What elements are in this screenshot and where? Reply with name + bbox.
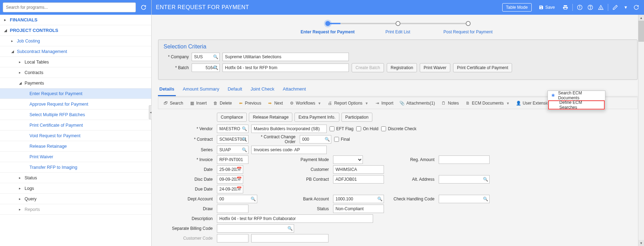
scroll-thumb[interactable] xyxy=(638,21,644,42)
ecm-menu-search[interactable]: ✱ Search ECM Documents xyxy=(548,91,605,100)
sidebar-item-reports[interactable]: ▸Reports xyxy=(0,204,151,215)
sidebar-item-subcontract-management[interactable]: ◢Subcontract Management xyxy=(0,46,151,57)
toolbar-search[interactable]: 🗗Search xyxy=(160,99,186,108)
sidebar-nav-list: ▸FINANCIALS ◢PROJECT CONTROLS ▸Job Costi… xyxy=(0,15,151,246)
sidebar-item-logs[interactable]: ▸Logs xyxy=(0,183,151,194)
payment-mode-select[interactable] xyxy=(333,155,363,164)
tab-joint-check[interactable]: Joint Check xyxy=(249,84,276,96)
toolbar-delete[interactable]: 🗑Delete xyxy=(210,99,235,108)
chevron-right-icon: ▸ xyxy=(19,197,22,201)
bank-account-field[interactable] xyxy=(333,195,384,203)
toolbar-insert[interactable]: ▦Insert xyxy=(187,99,210,108)
sidebar-item-financials[interactable]: ▸FINANCIALS xyxy=(0,15,151,25)
ecm-menu-define[interactable]: Define ECM Searches xyxy=(548,100,605,109)
table-mode-button[interactable]: Table Mode xyxy=(502,3,532,12)
sidebar-item-transfer-rfp[interactable]: Transfer RFP to Imaging xyxy=(0,162,151,173)
info-icon[interactable] xyxy=(576,4,583,11)
sidebar-item-payments[interactable]: ◢Payments xyxy=(0,78,151,88)
extra-payment-button[interactable]: Extra Payment Info. xyxy=(294,113,339,122)
sidebar-item-print-certificate[interactable]: Print Certificate of Payment xyxy=(0,120,151,131)
sidebar-item-contracts[interactable]: ▸Contracts xyxy=(0,67,151,78)
edit-icon[interactable] xyxy=(612,4,619,11)
sidebar-item-project-controls[interactable]: ◢PROJECT CONTROLS xyxy=(0,25,151,36)
tab-amount-summary[interactable]: Amount Summary xyxy=(181,84,221,96)
create-batch-button[interactable]: Create Batch xyxy=(352,63,384,72)
vendor-desc-field xyxy=(251,125,327,133)
batch-desc-field xyxy=(223,64,349,72)
search-input[interactable] xyxy=(3,2,136,12)
series-field[interactable] xyxy=(217,146,248,154)
tab-default[interactable]: Default xyxy=(226,84,244,96)
sidebar-item-approve-rfp[interactable]: Approve Request for Payment xyxy=(0,99,151,109)
sidebar-item-void-rfp[interactable]: Void Request for Payment xyxy=(0,131,151,141)
calendar-icon[interactable]: 📅 xyxy=(237,186,242,191)
cco-field[interactable] xyxy=(300,135,331,144)
invoice-field[interactable] xyxy=(217,155,248,164)
sidebar-item-job-costing[interactable]: ▸Job Costing xyxy=(0,36,151,46)
toolbar-attachments[interactable]: 📎Attachments(1) xyxy=(397,99,438,108)
paperclip-icon: 📎 xyxy=(400,101,405,106)
on-hold-checkbox[interactable]: On Hold xyxy=(356,126,378,131)
print-waiver-button[interactable]: Print Waiver xyxy=(420,63,450,72)
sidebar-item-print-waiver[interactable]: Print Waiver xyxy=(0,152,151,162)
chevron-right-icon: ▸ xyxy=(19,71,22,74)
tab-attachment[interactable]: Attachment xyxy=(281,84,307,96)
label-check-handling: Check Handling Code xyxy=(387,197,436,201)
vendor-field[interactable] xyxy=(217,125,248,133)
print-icon[interactable] xyxy=(562,4,569,11)
chevron-right-icon: ▸ xyxy=(19,60,22,64)
calendar-icon[interactable]: 📅 xyxy=(237,177,242,181)
toolbar-report-options[interactable]: 🖨Report Options▼ xyxy=(325,99,371,108)
save-icon xyxy=(539,5,544,10)
toolbar-import[interactable]: ⇥Import xyxy=(372,99,396,108)
customer-code-desc-field xyxy=(251,234,328,242)
refresh-icon[interactable] xyxy=(139,2,148,12)
selection-criteria-panel: Selection Criteria Company 🔍 Batch 🔍 Cre… xyxy=(158,39,638,80)
print-certificate-button[interactable]: Print Certificate of Payment xyxy=(453,63,512,72)
compliance-button[interactable]: Compliance xyxy=(217,113,247,122)
help-icon[interactable] xyxy=(587,4,594,11)
sidebar-item-local-tables[interactable]: ▸Local Tables xyxy=(0,57,151,67)
sidebar-item-release-retainage[interactable]: Release Retainage xyxy=(0,141,151,152)
separate-billing-code-field[interactable] xyxy=(217,224,294,233)
tab-details[interactable]: Details xyxy=(158,84,176,96)
scroll-up-icon[interactable]: ▲ xyxy=(638,15,644,21)
check-handling-field[interactable] xyxy=(439,195,490,203)
label-vendor: Vendor xyxy=(158,126,214,131)
chevron-down-icon[interactable]: ▼ xyxy=(622,4,629,11)
sidebar-item-enter-rfp[interactable]: Enter Request for Payment xyxy=(0,88,151,99)
toolbar-ecm-documents[interactable]: 🗎ECM Documents▼ xyxy=(463,99,513,108)
dept-account-field[interactable] xyxy=(217,195,257,203)
sidebar-item-select-multiple-rfp[interactable]: Select Multiple RFP Batches xyxy=(0,109,151,120)
refresh-icon[interactable] xyxy=(633,4,640,11)
alt-address-field[interactable] xyxy=(439,175,490,184)
svg-point-2 xyxy=(579,6,580,6)
scroll-down-icon[interactable]: ▼ xyxy=(638,240,644,246)
warning-icon[interactable] xyxy=(597,4,604,11)
toolbar-previous[interactable]: ⬅Previous xyxy=(235,99,264,108)
toolbar-next[interactable]: ➡Next xyxy=(265,99,286,108)
page-title: ENTER REQUEST FOR PAYMENT xyxy=(156,4,249,11)
chevron-down-icon: ▼ xyxy=(365,101,369,105)
save-button[interactable]: Save xyxy=(535,4,558,11)
discrete-check-checkbox[interactable]: Discrete Check xyxy=(381,126,416,131)
final-checkbox[interactable]: Final xyxy=(334,137,350,142)
toolbar-notes[interactable]: 🗒Notes xyxy=(438,99,462,108)
eft-flag-checkbox[interactable]: EFT Flag xyxy=(330,126,353,131)
sidebar-item-status[interactable]: ▸Status xyxy=(0,173,151,183)
description-field[interactable] xyxy=(217,214,373,223)
vertical-scrollbar[interactable]: ▲ ▼ xyxy=(638,15,644,246)
draw-field[interactable] xyxy=(217,205,248,213)
batch-field[interactable] xyxy=(192,64,220,72)
svg-point-4 xyxy=(590,8,590,9)
toolbar-workflows[interactable]: ⚙Workflows▼ xyxy=(286,99,324,108)
sidebar-item-query[interactable]: ▸Query xyxy=(0,194,151,204)
release-retainage-button[interactable]: Release Retainage xyxy=(249,113,292,122)
calendar-icon[interactable]: 📅 xyxy=(237,167,242,172)
registration-button[interactable]: Registration xyxy=(387,63,417,72)
step-enter-request[interactable]: Enter Request for Payment xyxy=(293,21,363,34)
contract-field[interactable] xyxy=(217,135,248,144)
participation-button[interactable]: Participation xyxy=(341,113,372,122)
company-field[interactable] xyxy=(192,53,220,61)
workspace: Enter Request for Payment Print Edit Lis… xyxy=(152,15,644,246)
